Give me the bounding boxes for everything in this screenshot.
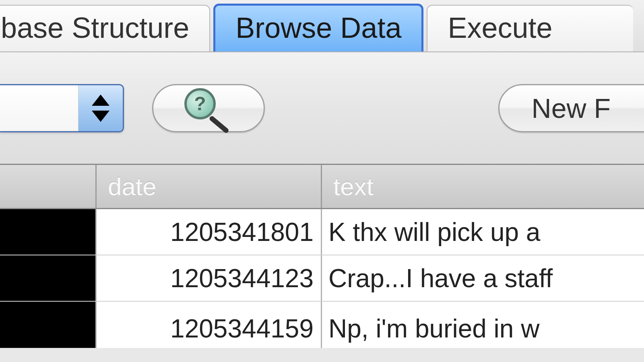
table-body: 1205341801 K thx will pick up a 12053441… [0, 209, 644, 348]
cell-value: Np, i'm buried in w [328, 314, 539, 343]
search-button[interactable]: ? [152, 84, 265, 132]
cell-date[interactable]: 1205344159 [97, 302, 322, 348]
cell-date[interactable]: 1205341801 [97, 209, 322, 255]
column-label: date [108, 172, 157, 201]
cell-value: K thx will pick up a [328, 217, 540, 247]
tab-label: Browse Data [235, 12, 401, 44]
button-label: New F [532, 93, 611, 124]
table-row[interactable]: 1205341801 K thx will pick up a [0, 209, 644, 255]
column-header-selector[interactable] [0, 165, 97, 208]
cell-value: 1205344123 [170, 263, 314, 293]
toolbar: ? New F [0, 52, 644, 165]
tab-database-structure[interactable]: base Structure [0, 5, 210, 51]
data-table: date text 1205341801 K thx will pick up … [0, 165, 644, 348]
cell-value: Crap...I have a staff [328, 263, 553, 293]
tab-bar: base Structure Browse Data Execute [0, 0, 644, 52]
row-selector-cell[interactable] [0, 209, 97, 255]
column-header-text[interactable]: text [322, 165, 644, 208]
column-header-date[interactable]: date [97, 165, 322, 208]
column-label: text [333, 172, 374, 201]
dropdown-stepper[interactable] [78, 85, 123, 131]
cell-value: 1205344159 [170, 314, 314, 343]
tab-execute-sql[interactable]: Execute [427, 5, 633, 51]
cell-value: 1205341801 [170, 217, 314, 247]
chevron-up-icon [92, 95, 109, 106]
table-select-dropdown[interactable] [0, 84, 124, 132]
cell-text[interactable]: K thx will pick up a [322, 209, 644, 255]
tab-label: Execute [448, 12, 552, 44]
chevron-down-icon [92, 111, 109, 122]
row-selector-cell[interactable] [0, 302, 97, 348]
row-selector-cell[interactable] [0, 255, 97, 301]
cell-date[interactable]: 1205344123 [97, 255, 322, 301]
table-header-row: date text [0, 165, 644, 209]
tab-label: base Structure [1, 12, 189, 44]
table-row[interactable]: 1205344159 Np, i'm buried in w [0, 302, 644, 348]
tab-browse-data[interactable]: Browse Data [213, 4, 423, 51]
cell-text[interactable]: Np, i'm buried in w [322, 302, 644, 348]
search-icon: ? [184, 88, 233, 128]
dropdown-value [0, 85, 78, 131]
cell-text[interactable]: Crap...I have a staff [322, 255, 644, 301]
table-row[interactable]: 1205344123 Crap...I have a staff [0, 255, 644, 302]
new-record-button[interactable]: New F [498, 84, 644, 132]
